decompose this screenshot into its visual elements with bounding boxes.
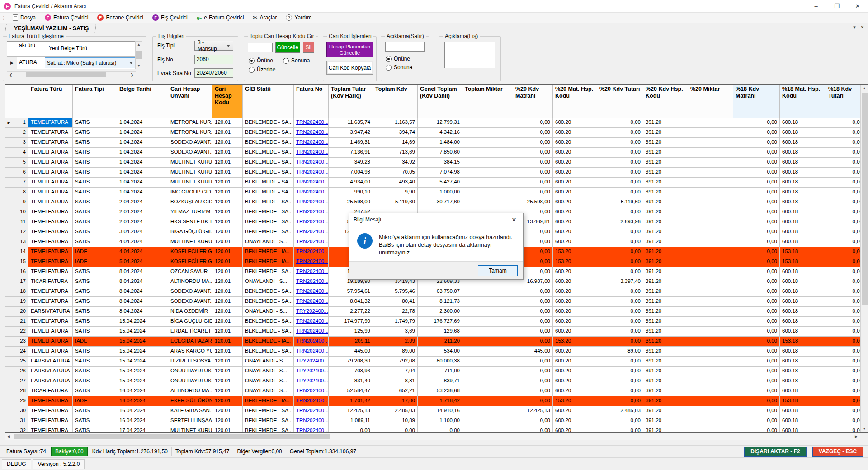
table-cell[interactable]: 120.01 bbox=[212, 118, 243, 128]
table-cell[interactable]: 391.20 bbox=[643, 197, 688, 207]
table-cell[interactable]: TEMELFATURA bbox=[28, 396, 73, 406]
table-cell[interactable]: 14,69 bbox=[373, 138, 418, 148]
table-cell[interactable] bbox=[688, 396, 733, 406]
table-cell[interactable]: 1.089,11 bbox=[329, 416, 373, 426]
table-cell[interactable]: EARSIVFATURA bbox=[28, 307, 73, 317]
row-number[interactable]: 15 bbox=[13, 257, 28, 267]
table-cell[interactable]: 0,00 bbox=[513, 178, 553, 188]
table-cell[interactable]: 25.598,00 bbox=[329, 197, 373, 207]
table-cell[interactable]: SATIS bbox=[73, 357, 117, 367]
row-number[interactable]: 14 bbox=[13, 247, 28, 257]
table-cell[interactable]: MULTINET KURU... bbox=[168, 426, 212, 433]
table-cell[interactable] bbox=[462, 287, 513, 297]
table-cell[interactable]: TEMELFATURA bbox=[28, 416, 73, 426]
table-cell[interactable]: BEKLEMEDE - SA... bbox=[243, 406, 294, 416]
table-cell[interactable]: 16.04.2024 bbox=[117, 406, 168, 416]
table-cell[interactable]: SATIS bbox=[73, 307, 117, 317]
table-cell[interactable]: 600.18 bbox=[780, 307, 826, 317]
table-cell[interactable]: TEMELFATURA bbox=[28, 138, 73, 148]
fatura-no-link[interactable]: TRN202400... bbox=[296, 149, 329, 155]
table-cell[interactable]: METROPAL KUR... bbox=[168, 118, 212, 128]
table-cell[interactable]: 0,00 bbox=[597, 227, 643, 237]
table-cell[interactable]: 0,00 bbox=[826, 396, 865, 406]
table-cell[interactable]: 2.04.2024 bbox=[117, 207, 168, 217]
table-cell[interactable]: 0,00 bbox=[733, 277, 780, 287]
table-cell[interactable]: 600.20 bbox=[553, 267, 597, 277]
table-cell[interactable]: 57.954,61 bbox=[329, 287, 373, 297]
table-cell[interactable]: 89,00 bbox=[373, 347, 418, 357]
table-cell[interactable]: 11.635,74 bbox=[329, 118, 373, 128]
table-cell[interactable]: 0,00 bbox=[513, 168, 553, 178]
fatura-no-link[interactable]: TRN202400... bbox=[296, 219, 329, 224]
table-cell[interactable] bbox=[688, 307, 733, 317]
table-cell[interactable] bbox=[462, 168, 513, 178]
table-cell[interactable]: 0,00 bbox=[733, 307, 780, 317]
table-cell[interactable]: 391.20 bbox=[643, 317, 688, 327]
table-cell[interactable]: 0,00 bbox=[597, 188, 643, 197]
table-cell[interactable]: 3.947,42 bbox=[329, 128, 373, 138]
fatura-no-link[interactable]: TRN202400... bbox=[296, 209, 329, 214]
table-cell[interactable]: BOZKUŞLAR GID... bbox=[168, 197, 212, 207]
table-cell[interactable]: 1.04.2024 bbox=[117, 168, 168, 178]
table-cell[interactable] bbox=[688, 297, 733, 307]
table-cell[interactable]: 80.000,38 bbox=[418, 357, 462, 367]
table-cell[interactable]: SODEXO AVANT... bbox=[168, 297, 212, 307]
table-cell[interactable]: TRN202400... bbox=[294, 297, 329, 307]
table-cell[interactable]: 0,00 bbox=[826, 327, 865, 337]
table-cell[interactable]: 0,00 bbox=[733, 247, 780, 257]
table-cell[interactable]: SATIS bbox=[73, 386, 117, 396]
table-cell[interactable]: 391.20 bbox=[643, 287, 688, 297]
table-cell[interactable]: TRN202400... bbox=[294, 227, 329, 237]
table-cell[interactable] bbox=[688, 347, 733, 357]
menu-eczane-cevirici[interactable]: E Eczane Çevirici bbox=[93, 13, 148, 23]
table-cell[interactable] bbox=[688, 257, 733, 267]
table-cell[interactable]: 15.04.2024 bbox=[117, 327, 168, 337]
table-cell[interactable]: 600.18 bbox=[780, 178, 826, 188]
table-cell[interactable]: 120.01 bbox=[212, 138, 243, 148]
table-cell[interactable]: 120.01 bbox=[212, 168, 243, 178]
table-cell[interactable]: 1.04.2024 bbox=[117, 158, 168, 168]
fatura-no-link[interactable]: TRN202400... bbox=[296, 398, 329, 403]
table-cell[interactable]: SATIS bbox=[73, 287, 117, 297]
table-cell[interactable]: TRN202400... bbox=[294, 337, 329, 347]
fatura-no-link[interactable]: TRN202400... bbox=[296, 169, 329, 174]
table-cell[interactable]: EARSIVFATURA bbox=[28, 357, 73, 367]
row-number[interactable]: 2 bbox=[13, 128, 28, 138]
table-cell[interactable]: 600.20 bbox=[553, 188, 597, 197]
row-number[interactable]: 22 bbox=[13, 327, 28, 337]
table-cell[interactable]: 10,89 bbox=[373, 416, 418, 426]
table-cell[interactable] bbox=[462, 337, 513, 347]
tab-yesilmavi-satis[interactable]: YEŞİLMAVİ YAZILIM - SATIŞ bbox=[5, 24, 96, 33]
fatura-no-link[interactable]: TRY202400... bbox=[296, 308, 328, 314]
table-cell[interactable]: 0,00 bbox=[597, 376, 643, 386]
table-cell[interactable]: 0,00 bbox=[826, 357, 865, 367]
table-cell[interactable]: 391.20 bbox=[643, 386, 688, 396]
table-cell[interactable]: 600.20 bbox=[553, 197, 597, 207]
table-cell[interactable]: 0,00 bbox=[597, 207, 643, 217]
fatura-no-link[interactable]: TRY202400... bbox=[296, 358, 328, 363]
table-cell[interactable]: 8.04.2024 bbox=[117, 297, 168, 307]
fatura-no-link[interactable]: TRN202400... bbox=[296, 129, 329, 135]
table-cell[interactable] bbox=[688, 406, 733, 416]
column-header[interactable]: Cari Hesap Unvanı bbox=[168, 85, 212, 118]
table-cell[interactable]: 0,00 bbox=[597, 297, 643, 307]
table-cell[interactable] bbox=[462, 188, 513, 197]
table-cell[interactable] bbox=[688, 386, 733, 396]
minimize-button[interactable]: – bbox=[806, 0, 826, 12]
table-cell[interactable]: 0,00 bbox=[597, 357, 643, 367]
column-header[interactable]: GİB Statü bbox=[243, 85, 294, 118]
table-cell[interactable]: 391.20 bbox=[643, 217, 688, 227]
fis-no-input[interactable]: 2060 bbox=[194, 55, 233, 64]
table-cell[interactable]: TEMELFATURA bbox=[28, 118, 73, 128]
table-cell[interactable]: YILMAZ TURİZM ... bbox=[168, 207, 212, 217]
table-cell[interactable]: 0,00 bbox=[826, 416, 865, 426]
table-cell[interactable]: 600.18 bbox=[780, 287, 826, 297]
table-cell[interactable]: 0,00 bbox=[513, 158, 553, 168]
table-cell[interactable]: 0,00 bbox=[597, 337, 643, 347]
table-cell[interactable]: 153.18 bbox=[780, 247, 826, 257]
table-cell[interactable]: 711,00 bbox=[418, 367, 462, 376]
table-cell[interactable]: 8.04.2024 bbox=[117, 287, 168, 297]
table-cell[interactable] bbox=[462, 297, 513, 307]
eslestirme-hscrollbar[interactable]: ❮ ❯ bbox=[7, 71, 136, 78]
table-cell[interactable]: 0,00 bbox=[826, 406, 865, 416]
